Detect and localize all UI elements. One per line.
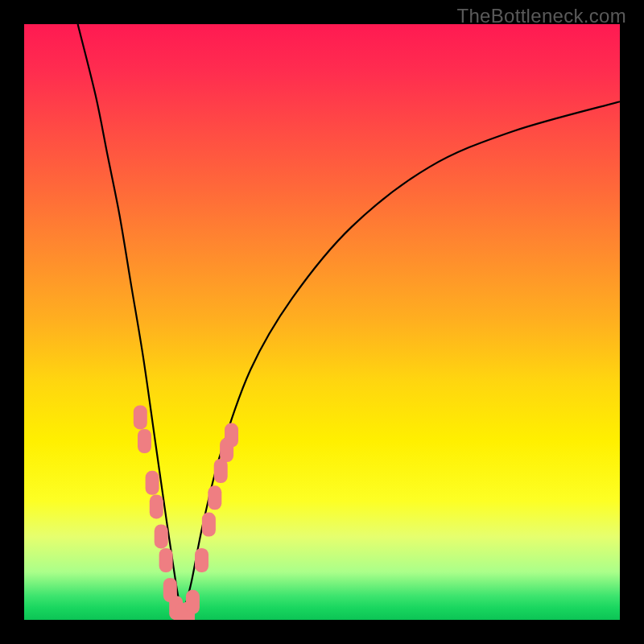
plot-area	[24, 24, 620, 620]
data-marker	[202, 513, 216, 537]
data-marker	[186, 590, 200, 614]
data-marker	[155, 524, 168, 548]
data-marker	[208, 485, 221, 510]
marker-layer	[24, 24, 620, 620]
chart-frame: TheBottleneck.com	[0, 0, 644, 644]
data-marker	[225, 423, 238, 448]
watermark-text: TheBottleneck.com	[456, 5, 626, 27]
data-marker	[146, 471, 159, 495]
data-marker	[195, 548, 208, 572]
data-marker	[214, 459, 228, 483]
data-marker	[134, 405, 147, 429]
data-marker	[159, 548, 173, 572]
data-marker	[150, 494, 163, 518]
data-marker	[138, 429, 151, 453]
